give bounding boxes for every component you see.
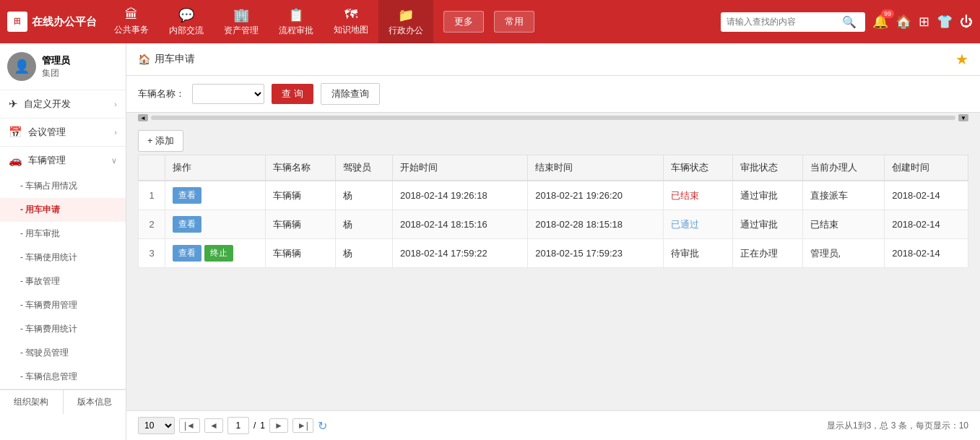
menu-group-custom-dev: ✈ 自定义开发 › [0, 90, 126, 118]
vehicle-arrow: ∨ [111, 156, 117, 165]
row-end-time: 2018-02-21 19:26:20 [528, 181, 663, 210]
favorite-button[interactable]: ★ [955, 51, 968, 68]
nav-items: 🏛 公共事务 💬 内部交流 🏢 资产管理 📋 流程审批 🗺 知识地图 📁 行政办… [104, 0, 714, 43]
row-vehicle-status[interactable]: 已通过 [663, 210, 733, 239]
main-layout: 👤 管理员 集团 ✈ 自定义开发 › 📅 会议管理 › � [0, 43, 980, 440]
page-number-input[interactable] [227, 417, 249, 434]
scroll-left-btn[interactable]: ◄ [138, 114, 148, 121]
admin-icon: 📁 [398, 7, 414, 23]
more-button[interactable]: 更多 [443, 11, 484, 33]
sidebar-item-vehicle-cost[interactable]: - 车辆费用管理 [0, 293, 126, 317]
row-vehicle: 车辆辆 [266, 239, 336, 268]
table-row: 2查看车辆辆杨2018-02-14 18:15:162018-02-28 18:… [139, 210, 968, 239]
shirt-icon[interactable]: 👕 [937, 14, 953, 30]
page-last-button[interactable]: ►| [292, 418, 313, 433]
grid-icon[interactable]: ⊞ [919, 14, 929, 30]
row-vehicle-status[interactable]: 已结束 [663, 181, 733, 210]
row-current-handler: 直接派车 [802, 181, 885, 210]
internal-icon: 💬 [178, 7, 194, 23]
view-button[interactable]: 查看 [173, 187, 201, 204]
col-header-vehicle: 车辆名称 [266, 155, 336, 181]
user-name: 管理员 [42, 54, 70, 67]
page-next-button[interactable]: ► [269, 418, 288, 433]
page-prev-button[interactable]: ◄ [204, 418, 223, 433]
view-button[interactable]: 查看 [173, 245, 201, 262]
knowledge-icon: 🗺 [344, 7, 357, 22]
row-end-time: 2018-02-15 17:59:23 [528, 239, 663, 268]
vehicle-filter-label: 车辆名称： [138, 87, 185, 100]
row-start-time: 2018-02-14 19:26:18 [392, 181, 527, 210]
row-ops: 查看 [165, 210, 266, 239]
search-button[interactable]: 🔍 [842, 15, 857, 29]
menu-group-header-meeting[interactable]: 📅 会议管理 › [0, 118, 126, 146]
col-header-index [139, 155, 165, 181]
menu-group-vehicle: 🚗 车辆管理 ∨ - 车辆占用情况 - 用车申请 - 用车审批 - 车辆使用统计… [0, 147, 126, 389]
sidebar-item-vehicle-stat[interactable]: - 车辆使用统计 [0, 246, 126, 269]
menu-group-header-custom-dev[interactable]: ✈ 自定义开发 › [0, 90, 126, 118]
pagination-left: 10 20 50 100 |◄ ◄ / 1 ► ►| ↻ [138, 417, 327, 434]
row-driver: 杨 [335, 210, 392, 239]
vehicle-sub-menu: - 车辆占用情况 - 用车申请 - 用车审批 - 车辆使用统计 - 事故管理 -… [0, 174, 126, 389]
pagination-bar: 10 20 50 100 |◄ ◄ / 1 ► ►| ↻ 显示从1到3，总 3 … [126, 410, 980, 440]
version-info-button[interactable]: 版本信息 [64, 390, 126, 414]
nav-admin[interactable]: 📁 行政办公 [378, 0, 433, 43]
nav-assets[interactable]: 🏢 资产管理 [214, 0, 269, 43]
row-create-time: 2018-02-14 [885, 210, 968, 239]
nav-public[interactable]: 🏛 公共事务 [104, 0, 159, 43]
col-header-start-time: 开始时间 [392, 155, 527, 181]
clear-button[interactable]: 清除查询 [321, 83, 380, 105]
nav-assets-label: 资产管理 [224, 25, 259, 37]
search-input[interactable] [727, 17, 842, 27]
col-header-handler: 当前办理人 [802, 155, 885, 181]
menu-group-header-vehicle[interactable]: 🚗 车辆管理 ∨ [0, 147, 126, 174]
row-end-time: 2018-02-28 18:15:18 [528, 210, 663, 239]
page-first-button[interactable]: |◄ [179, 418, 200, 433]
common-button[interactable]: 常用 [494, 11, 534, 33]
sidebar-item-vehicle-audit[interactable]: - 用车审批 [0, 222, 126, 246]
query-button[interactable]: 查 询 [272, 84, 313, 104]
breadcrumb-home-icon: 🏠 [138, 53, 150, 65]
col-header-driver: 驾驶员 [335, 155, 392, 181]
sidebar-item-driver[interactable]: - 驾驶员管理 [0, 341, 126, 365]
sidebar-item-vehicle-usage[interactable]: - 车辆占用情况 [0, 174, 126, 198]
vehicle-select[interactable] [192, 84, 264, 104]
row-index: 1 [139, 181, 165, 210]
nav-admin-label: 行政办公 [389, 25, 423, 37]
power-icon[interactable]: ⏻ [960, 14, 973, 30]
row-driver: 杨 [335, 181, 392, 210]
org-structure-button[interactable]: 组织架构 [0, 390, 64, 414]
scroll-right-btn[interactable]: ▼ [958, 114, 968, 121]
sidebar-item-vehicle-apply[interactable]: - 用车申请 [0, 198, 126, 222]
assets-icon: 🏢 [233, 7, 249, 23]
meeting-label: 会议管理 [28, 126, 66, 139]
sidebar-item-accident[interactable]: - 事故管理 [0, 269, 126, 293]
add-button[interactable]: + 添加 [138, 130, 183, 152]
col-header-ops: 操作 [165, 155, 266, 181]
notification-icon[interactable]: 🔔 99 [872, 14, 888, 30]
nav-knowledge[interactable]: 🗺 知识地图 [324, 0, 378, 43]
page-size-select[interactable]: 10 20 50 100 [138, 417, 175, 434]
page-title: 用车申请 [155, 53, 195, 66]
custom-dev-label: 自定义开发 [24, 98, 71, 111]
pagination-summary: 显示从1到3，总 3 条，每页显示：10 [827, 420, 968, 432]
view-button[interactable]: 查看 [173, 216, 201, 233]
menu-group-meeting: 📅 会议管理 › [0, 118, 126, 147]
sidebar-item-vehicle-info[interactable]: - 车辆信息管理 [0, 365, 126, 389]
refresh-button[interactable]: ↻ [318, 419, 327, 433]
breadcrumb: 🏠 用车申请 [138, 53, 195, 66]
vehicle-select-input[interactable] [193, 85, 264, 103]
public-icon: 🏛 [125, 7, 138, 22]
nav-workflow[interactable]: 📋 流程审批 [269, 0, 324, 43]
user-info: 👤 管理员 集团 [0, 43, 126, 90]
row-ops: 查看终止 [165, 239, 266, 268]
home-icon[interactable]: 🏠 [896, 14, 911, 30]
app-logo[interactable]: 田 在线办公平台 [7, 12, 97, 32]
app-name: 在线办公平台 [32, 15, 97, 29]
stop-button[interactable]: 终止 [204, 245, 233, 262]
nav-internal[interactable]: 💬 内部交流 [159, 0, 214, 43]
row-audit-status: 通过审批 [733, 181, 803, 210]
sidebar-item-vehicle-cost-stat[interactable]: - 车辆费用统计 [0, 317, 126, 341]
filter-bar: 车辆名称： 查 询 清除查询 [126, 76, 980, 113]
vehicle-label: 车辆管理 [28, 154, 66, 167]
page-separator: / [253, 420, 256, 431]
